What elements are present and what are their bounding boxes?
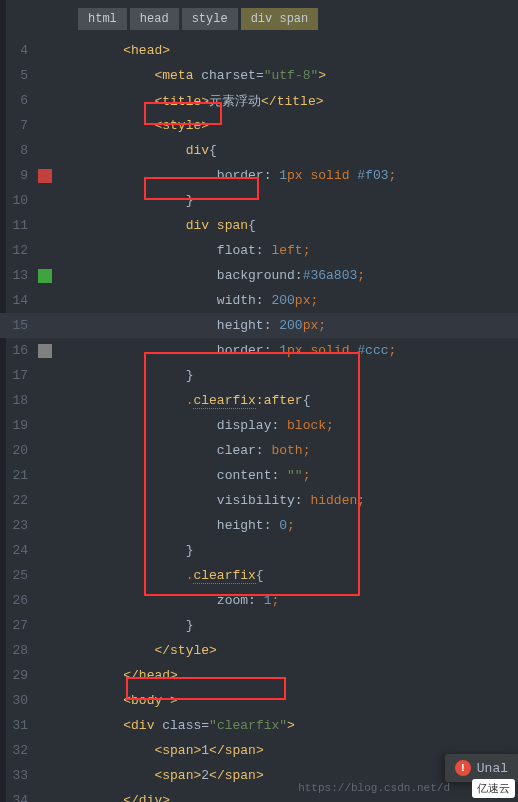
code-content[interactable]: border: 1px solid #f03; xyxy=(92,168,396,183)
code-content[interactable]: </div> xyxy=(92,793,170,802)
line-number: 10 xyxy=(0,193,38,208)
code-content[interactable]: <head> xyxy=(92,43,170,58)
code-content[interactable]: <span>1</span> xyxy=(92,743,264,758)
code-line[interactable]: 15 height: 200px; xyxy=(0,313,518,338)
code-content[interactable]: clear: both; xyxy=(92,443,310,458)
code-line[interactable]: 13 background:#36a803; xyxy=(0,263,518,288)
code-line[interactable]: 12 float: left; xyxy=(0,238,518,263)
code-line[interactable]: 26 zoom: 1; xyxy=(0,588,518,613)
code-content[interactable]: height: 200px; xyxy=(92,318,326,333)
line-number: 11 xyxy=(0,218,38,233)
gutter-marker xyxy=(38,344,52,358)
notification-popup[interactable]: ! Unal xyxy=(445,754,518,782)
code-line[interactable]: 16 border: 1px solid #ccc; xyxy=(0,338,518,363)
code-content[interactable]: background:#36a803; xyxy=(92,268,365,283)
breadcrumb-item[interactable]: style xyxy=(182,8,238,30)
code-content[interactable]: <body > xyxy=(92,693,178,708)
code-content[interactable]: div{ xyxy=(92,143,217,158)
line-number: 27 xyxy=(0,618,38,633)
line-number: 33 xyxy=(0,768,38,783)
gutter-marker xyxy=(38,719,52,733)
code-content[interactable]: zoom: 1; xyxy=(92,593,279,608)
code-line[interactable]: 22 visibility: hidden; xyxy=(0,488,518,513)
line-number: 34 xyxy=(0,793,38,802)
line-number: 4 xyxy=(0,43,38,58)
code-content[interactable]: </style> xyxy=(92,643,217,658)
code-editor[interactable]: 4 <head>5 <meta charset="utf-8">6 <title… xyxy=(0,38,518,802)
code-line[interactable]: 27 } xyxy=(0,613,518,638)
code-content[interactable]: <title>元素浮动</title> xyxy=(92,92,324,110)
code-content[interactable]: } xyxy=(92,368,193,383)
gutter-marker xyxy=(38,294,52,308)
gutter-marker xyxy=(38,169,52,183)
code-content[interactable]: <span>2</span> xyxy=(92,768,264,783)
code-line[interactable]: 14 width: 200px; xyxy=(0,288,518,313)
line-number: 25 xyxy=(0,568,38,583)
line-number: 8 xyxy=(0,143,38,158)
code-content[interactable]: <style> xyxy=(92,118,209,133)
line-number: 13 xyxy=(0,268,38,283)
code-line[interactable]: 24 } xyxy=(0,538,518,563)
code-line[interactable]: 20 clear: both; xyxy=(0,438,518,463)
gutter-marker xyxy=(38,444,52,458)
gutter-marker xyxy=(38,69,52,83)
code-content[interactable]: height: 0; xyxy=(92,518,295,533)
code-line[interactable]: 11 div span{ xyxy=(0,213,518,238)
logo-badge: 亿速云 xyxy=(472,779,515,798)
code-line[interactable]: 25 .clearfix{ xyxy=(0,563,518,588)
code-content[interactable]: .clearfix{ xyxy=(92,568,264,583)
breadcrumb: htmlheadstylediv span xyxy=(78,8,318,30)
code-line[interactable]: 17 } xyxy=(0,363,518,388)
breadcrumb-item[interactable]: html xyxy=(78,8,127,30)
gutter-marker xyxy=(38,469,52,483)
line-number: 26 xyxy=(0,593,38,608)
line-number: 23 xyxy=(0,518,38,533)
code-content[interactable]: </head> xyxy=(92,668,178,683)
breadcrumb-item[interactable]: div span xyxy=(241,8,319,30)
code-content[interactable]: div span{ xyxy=(92,218,256,233)
code-content[interactable]: float: left; xyxy=(92,243,310,258)
code-line[interactable]: 32 <span>1</span> xyxy=(0,738,518,763)
line-number: 30 xyxy=(0,693,38,708)
line-number: 17 xyxy=(0,368,38,383)
code-line[interactable]: 8 div{ xyxy=(0,138,518,163)
code-line[interactable]: 29 </head> xyxy=(0,663,518,688)
code-line[interactable]: 21 content: ""; xyxy=(0,463,518,488)
breadcrumb-item[interactable]: head xyxy=(130,8,179,30)
code-content[interactable]: border: 1px solid #ccc; xyxy=(92,343,396,358)
code-line[interactable]: 7 <style> xyxy=(0,113,518,138)
line-number: 21 xyxy=(0,468,38,483)
gutter-marker xyxy=(38,544,52,558)
code-content[interactable]: <meta charset="utf-8"> xyxy=(92,68,326,83)
code-content[interactable]: } xyxy=(92,618,193,633)
code-content[interactable]: } xyxy=(92,193,193,208)
code-line[interactable]: 19 display: block; xyxy=(0,413,518,438)
line-number: 14 xyxy=(0,293,38,308)
line-number: 32 xyxy=(0,743,38,758)
code-line[interactable]: 18 .clearfix:after{ xyxy=(0,388,518,413)
gutter-marker xyxy=(38,694,52,708)
code-line[interactable]: 9 border: 1px solid #f03; xyxy=(0,163,518,188)
code-content[interactable]: display: block; xyxy=(92,418,334,433)
line-number: 29 xyxy=(0,668,38,683)
code-line[interactable]: 23 height: 0; xyxy=(0,513,518,538)
gutter-marker xyxy=(38,644,52,658)
gutter-marker xyxy=(38,119,52,133)
line-number: 28 xyxy=(0,643,38,658)
code-line[interactable]: 5 <meta charset="utf-8"> xyxy=(0,63,518,88)
code-content[interactable]: .clearfix:after{ xyxy=(92,393,310,408)
code-content[interactable]: } xyxy=(92,543,193,558)
gutter-marker xyxy=(38,44,52,58)
code-line[interactable]: 30 <body > xyxy=(0,688,518,713)
code-line[interactable]: 10 } xyxy=(0,188,518,213)
gutter-marker xyxy=(38,269,52,283)
code-content[interactable]: content: ""; xyxy=(92,468,310,483)
gutter-marker xyxy=(38,744,52,758)
code-line[interactable]: 6 <title>元素浮动</title> xyxy=(0,88,518,113)
code-content[interactable]: <div class="clearfix"> xyxy=(92,718,295,733)
code-content[interactable]: visibility: hidden; xyxy=(92,493,365,508)
code-content[interactable]: width: 200px; xyxy=(92,293,318,308)
code-line[interactable]: 31 <div class="clearfix"> xyxy=(0,713,518,738)
code-line[interactable]: 4 <head> xyxy=(0,38,518,63)
code-line[interactable]: 28 </style> xyxy=(0,638,518,663)
